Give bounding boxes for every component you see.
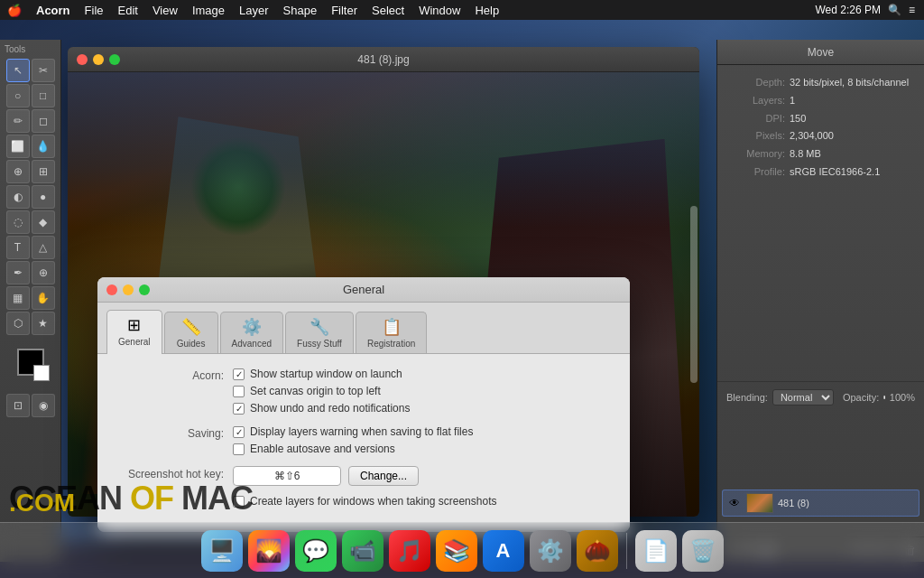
pixels-row: Pixels: 2,304,000	[726, 127, 915, 145]
tab-advanced[interactable]: ⚙️ Advanced	[220, 312, 283, 353]
dock-icon-facetime[interactable]: 📹	[342, 530, 383, 572]
star-tool[interactable]: ★	[32, 312, 55, 335]
profile-label: Profile:	[726, 163, 790, 182]
dock-icon-photos[interactable]: 🌄	[248, 530, 290, 572]
blur-tool[interactable]: ◌	[6, 210, 30, 234]
burn-tool[interactable]: ●	[32, 185, 55, 209]
paint-bucket[interactable]: ◉	[32, 394, 55, 417]
polygon-tool[interactable]: ⬡	[6, 312, 30, 335]
hand-tool[interactable]: ✋	[32, 286, 55, 310]
acorn-option-1: ✓ Show startup window on launch	[233, 368, 410, 380]
sharpen-tool[interactable]: ◆	[32, 210, 55, 234]
eraser-tool[interactable]: ◻	[32, 109, 55, 133]
eyedropper-tool[interactable]: 💧	[32, 135, 55, 158]
dock-icon-trash[interactable]: 🗑️	[682, 530, 724, 572]
minimize-button[interactable]	[93, 54, 104, 65]
depth-value: 32 bits/pixel, 8 bits/channel	[790, 74, 909, 92]
prefs-maximize-button[interactable]	[139, 284, 150, 295]
acorn-section: Acorn: ✓ Show startup window on launch S…	[116, 368, 612, 415]
info-panel-title: Move	[808, 46, 834, 59]
change-button[interactable]: Change...	[348, 466, 419, 486]
menubar-right: Wed 2:26 PM 🔍 ≡	[816, 4, 925, 16]
menubar: 🍎 Acorn File Edit View Image Layer Shape…	[0, 0, 924, 20]
dodge-tool[interactable]: ◐	[6, 185, 30, 209]
menu-select[interactable]: Select	[365, 4, 411, 17]
foreground-color[interactable]	[17, 349, 44, 376]
tools-title: Tools	[0, 44, 25, 54]
stamp-tool[interactable]: ⊞	[32, 160, 55, 183]
tab-general[interactable]: ⊞ General	[106, 310, 162, 354]
control-center-icon[interactable]: ≡	[909, 4, 915, 16]
tab-registration[interactable]: 📋 Registration	[356, 312, 427, 353]
move-tool[interactable]: ↖	[6, 59, 30, 82]
acorn-check-1[interactable]: ✓	[233, 368, 245, 380]
fill-tool[interactable]: ⬜	[6, 135, 30, 158]
layer-visibility-icon[interactable]: 👁	[727, 496, 742, 510]
tab-fussy[interactable]: 🔧 Fussy Stuff	[285, 312, 354, 353]
pen-tool[interactable]: ✒	[6, 261, 30, 284]
menu-view[interactable]: View	[145, 4, 185, 17]
tab-guides[interactable]: 📏 Guides	[164, 312, 218, 353]
pixels-label: Pixels:	[726, 127, 790, 145]
saving-option-1-text: Display layers warning when saving to fl…	[250, 425, 473, 438]
menu-layer[interactable]: Layer	[232, 4, 276, 17]
menu-window[interactable]: Window	[411, 4, 467, 17]
dock-icon-books[interactable]: 📚	[436, 530, 477, 572]
maximize-button[interactable]	[109, 54, 120, 65]
paint-tool[interactable]: ✏	[6, 109, 30, 133]
info-panel: Move Depth: 32 bits/pixel, 8 bits/channe…	[716, 40, 924, 562]
dock-icon-file[interactable]: 📄	[635, 530, 677, 572]
dock-icon-acorn[interactable]: 🌰	[577, 530, 618, 572]
menu-image[interactable]: Image	[185, 4, 232, 17]
dock-icon-finder[interactable]: 🖥️	[201, 530, 243, 572]
menu-filter[interactable]: Filter	[324, 4, 365, 17]
dock-icon-settings[interactable]: ⚙️	[530, 530, 571, 572]
zoom-tool[interactable]: ⊕	[32, 261, 55, 284]
info-content: Depth: 32 bits/pixel, 8 bits/channel Lay…	[717, 65, 924, 191]
shape-tool[interactable]: △	[32, 236, 55, 259]
apple-menu[interactable]: 🍎	[0, 4, 29, 17]
saving-check-2[interactable]	[233, 443, 245, 455]
menu-shape[interactable]: Shape	[276, 4, 325, 17]
screenshot-options: ⌘⇧6 Change... Create layers for windows …	[233, 466, 496, 508]
crop-tool[interactable]: ✂	[32, 59, 55, 82]
marquee-tool[interactable]: □	[32, 84, 55, 107]
acorn-check-2[interactable]	[233, 386, 245, 397]
lasso-tool[interactable]: ○	[6, 84, 30, 107]
tool-row-3: ✏ ◻	[6, 109, 55, 133]
prefs-tabs: ⊞ General 📏 Guides ⚙️ Advanced 🔧 Fussy S…	[97, 303, 630, 353]
acorn-option-1-text: Show startup window on launch	[250, 368, 402, 380]
layers-label: Layers:	[726, 92, 790, 110]
dock-icon-messages[interactable]: 💬	[295, 530, 337, 572]
prefs-close-button[interactable]	[106, 284, 117, 295]
saving-check-1[interactable]: ✓	[233, 426, 245, 438]
dock-icon-appstore[interactable]: A	[483, 530, 524, 572]
saving-option-2: Enable autosave and versions	[233, 443, 473, 455]
tab-general-icon: ⊞	[127, 315, 141, 335]
text-tool[interactable]: T	[6, 236, 30, 259]
dock-icon-music[interactable]: 🎵	[389, 530, 430, 572]
tool-row-1: ↖ ✂	[6, 59, 55, 82]
layer-item[interactable]: 👁 481 (8)	[722, 489, 919, 517]
menu-file[interactable]: File	[78, 4, 111, 17]
menu-edit[interactable]: Edit	[111, 4, 145, 17]
scrollbar-thumb[interactable]	[690, 206, 698, 384]
opacity-slider[interactable]	[883, 396, 885, 399]
opacity-label: Opacity:	[843, 392, 879, 403]
saving-option-1: ✓ Display layers warning when saving to …	[233, 425, 473, 438]
prefs-minimize-button[interactable]	[123, 284, 134, 295]
sky-overlay	[68, 72, 699, 228]
tab-guides-icon: 📏	[181, 317, 201, 337]
select-tool-extra[interactable]: ⊡	[6, 394, 30, 417]
search-icon[interactable]: 🔍	[888, 4, 901, 16]
menu-acorn[interactable]: Acorn	[29, 4, 78, 17]
acorn-check-3[interactable]: ✓	[233, 403, 245, 415]
gradient-tool[interactable]: ▦	[6, 286, 30, 310]
menu-help[interactable]: Help	[467, 4, 506, 17]
tab-registration-label: Registration	[367, 339, 415, 349]
info-titlebar: Move	[717, 40, 924, 65]
background-color[interactable]	[33, 365, 50, 381]
clone-tool[interactable]: ⊕	[6, 160, 30, 183]
close-button[interactable]	[77, 54, 88, 65]
blending-select[interactable]: Normal Multiply Screen	[772, 389, 834, 406]
